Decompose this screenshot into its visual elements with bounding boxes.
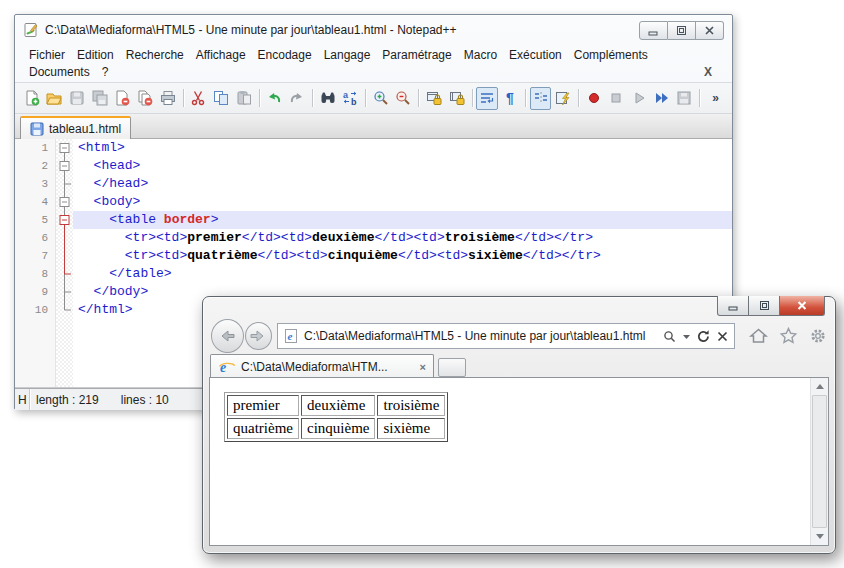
zoom-in-icon[interactable] [370,87,392,110]
open-file-icon[interactable] [44,87,66,110]
sync-horizontal-scroll-icon[interactable] [446,87,468,110]
fold-marker[interactable] [56,157,73,175]
forward-button[interactable] [245,322,272,350]
document-tab-tableau1[interactable]: tableau1.html [20,116,131,139]
menu-item-macro[interactable]: Macro [458,48,503,62]
fold-marker[interactable] [56,301,73,319]
line-number: 4 [15,193,55,211]
menu-item-affichage[interactable]: Affichage [190,48,252,62]
copy-icon[interactable] [210,87,232,110]
code-line[interactable]: <tr><td>premier</td><td>deuxième</td><td… [73,229,732,247]
close-file-icon[interactable] [112,87,134,110]
toolbar-separator [183,89,184,107]
scroll-down-icon[interactable] [811,528,828,545]
menu-item-compléments[interactable]: Compléments [568,48,654,62]
vertical-scrollbar[interactable] [810,378,828,545]
fold-marker[interactable] [56,247,73,265]
cut-icon[interactable] [188,87,210,110]
favorites-star-icon[interactable] [779,327,798,345]
new-file-icon[interactable] [21,87,43,110]
status-file-type: H [15,389,29,410]
run-macro-multiple-icon[interactable] [651,87,673,110]
table-cell: sixième [377,418,445,439]
menu-item-recherche[interactable]: Recherche [120,48,190,62]
ie-close-button[interactable] [780,296,825,316]
stop-icon[interactable] [716,330,729,343]
table-cell: deuxième [301,395,375,416]
status-length: length : 219 [36,393,99,407]
word-wrap-icon[interactable] [476,87,498,110]
code-line[interactable]: <tr><td>quatrième</td><td>cinquième</td>… [73,247,732,265]
tab-close-icon[interactable]: × [420,361,426,373]
browser-tab[interactable]: e C:\Data\Mediaforma\HTM... × [210,354,434,378]
line-number: 7 [15,247,55,265]
sync-vertical-scroll-icon[interactable] [423,87,445,110]
line-number: 10 [15,301,55,319]
fold-marker[interactable] [56,193,73,211]
code-line[interactable]: <table border> [73,211,732,229]
notepad-minimize-button[interactable] [639,21,668,40]
new-tab-button[interactable] [438,358,466,377]
save-macro-icon[interactable] [674,87,696,110]
code-line[interactable]: <head> [73,157,732,175]
menu-item-encodage[interactable]: Encodage [252,48,318,62]
home-icon[interactable] [749,327,768,345]
ie-maximize-button[interactable] [749,296,780,316]
play-macro-icon[interactable] [628,87,650,110]
find-icon[interactable] [317,87,339,110]
address-url[interactable]: C:\Data\Mediaforma\HTML5 - Une minute pa… [304,329,657,343]
menu-item-documents[interactable]: Documents [23,65,96,79]
toolbar-separator [312,89,313,107]
fold-marker[interactable] [56,229,73,247]
stop-macro-icon[interactable] [606,87,628,110]
notepad-titlebar[interactable]: C:\Data\Mediaforma\HTML5 - Une minute pa… [15,15,732,45]
fold-marker[interactable] [56,283,73,301]
menu-item-langage[interactable]: Langage [318,48,377,62]
zoom-out-icon[interactable] [393,87,415,110]
save-icon[interactable] [66,87,88,110]
fold-marker[interactable] [56,139,73,157]
redo-icon[interactable] [286,87,308,110]
toolbar-separator [699,89,700,107]
indent-guide-icon[interactable] [530,87,552,110]
search-dropdown-icon[interactable] [682,332,691,341]
scroll-up-icon[interactable] [811,378,828,395]
close-all-icon[interactable] [134,87,156,110]
show-all-characters-icon[interactable]: ¶ [499,87,521,110]
scrollbar-thumb[interactable] [812,395,827,528]
back-button[interactable] [211,319,244,353]
ie-minimize-button[interactable] [717,296,749,316]
search-icon[interactable] [662,329,677,344]
fold-margin-column[interactable] [56,139,73,387]
record-macro-icon[interactable] [583,87,605,110]
settings-gear-icon[interactable] [809,327,827,345]
menu-item-fichier[interactable]: Fichier [23,48,71,62]
menu-item-paramétrage[interactable]: Paramétrage [376,48,457,62]
replace-icon[interactable]: ab [339,87,361,110]
fold-marker[interactable] [56,265,73,283]
notepad-restore-button[interactable] [668,21,696,40]
code-line[interactable]: </table> [73,265,732,283]
code-line[interactable]: <body> [73,193,732,211]
refresh-icon[interactable] [696,329,711,344]
code-line[interactable]: <html> [73,139,732,157]
undo-icon[interactable] [263,87,285,110]
address-bar[interactable]: e C:\Data\Mediaforma\HTML5 - Une minute … [277,323,735,349]
save-all-icon[interactable] [89,87,111,110]
fold-marker[interactable] [56,211,73,229]
paste-icon[interactable] [233,87,255,110]
fold-marker[interactable] [56,175,73,193]
line-number: 3 [15,175,55,193]
toolbar-separator [259,89,260,107]
notepad-close-button[interactable] [696,21,724,40]
menu-item-exécution[interactable]: Exécution [503,48,568,62]
menu-close-button[interactable]: X [692,65,724,79]
function-completion-icon[interactable] [552,87,574,110]
menu-item-edition[interactable]: Edition [71,48,120,62]
toolbar-overflow-icon[interactable]: » [704,87,726,110]
code-line[interactable]: </head> [73,175,732,193]
page-favicon-icon: e [283,328,299,344]
print-icon[interactable] [157,87,179,110]
menu-item-help[interactable]: ? [96,65,115,79]
line-number-column: 12345678910 [15,139,56,387]
